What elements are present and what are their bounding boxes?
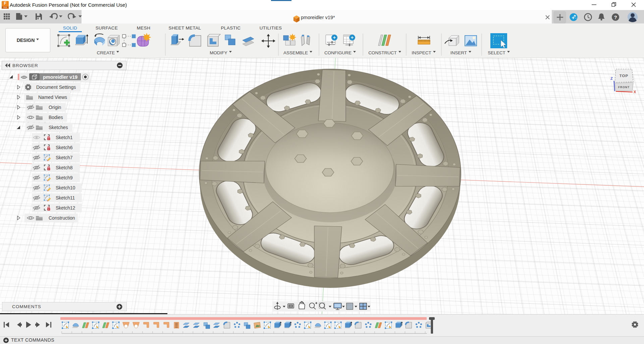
svg-text:FRONT: FRONT (618, 85, 630, 89)
svg-text:Construction: Construction (49, 215, 75, 221)
svg-text:Sketch10: Sketch10 (56, 185, 75, 190)
svg-text:Named Views: Named Views (38, 95, 67, 100)
svg-text:Sketch6: Sketch6 (56, 145, 73, 150)
svg-text:Origin: Origin (49, 105, 61, 110)
svg-text:Sketch9: Sketch9 (56, 175, 73, 180)
svg-text:Sketches: Sketches (49, 125, 68, 130)
svg-text:Document Settings: Document Settings (36, 84, 76, 90)
svg-text:Sketch11: Sketch11 (56, 195, 75, 200)
svg-text:?: ? (614, 14, 617, 20)
svg-text:X: X (634, 90, 636, 94)
svg-text:Sketch1: Sketch1 (56, 135, 73, 140)
svg-text:Z: Z (610, 76, 613, 80)
svg-text:BROWSER: BROWSER (12, 63, 38, 68)
svg-text:Sketch7: Sketch7 (56, 155, 73, 160)
svg-text:Bodies: Bodies (49, 115, 63, 120)
svg-text:Sketch12: Sketch12 (56, 205, 75, 211)
svg-text:pmoreidler v19: pmoreidler v19 (43, 74, 77, 80)
svg-text:Sketch8: Sketch8 (56, 165, 73, 170)
svg-text:TOP: TOP (620, 74, 628, 78)
